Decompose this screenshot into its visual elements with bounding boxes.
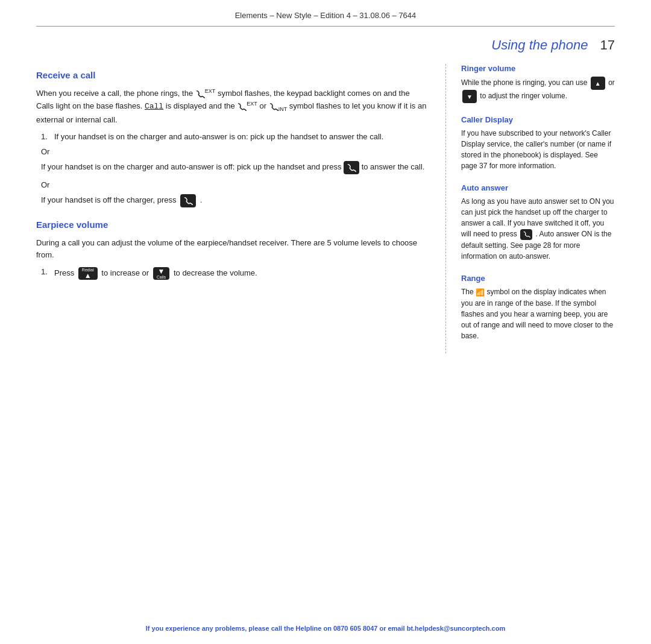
ringer-volume-text: While the phone is ringing, you can use … <box>461 77 615 103</box>
or2-text: Or <box>41 180 427 189</box>
step1-item: 1. If your handset is on the charger and… <box>41 132 427 141</box>
range-signal-icon: 📶 <box>476 287 485 298</box>
ringer-vol-up-icon: ▲ <box>591 77 605 90</box>
handset-ext-icon <box>195 88 205 100</box>
auto-answer-button-icon <box>520 229 532 240</box>
earpiece-step1: 1. Press Redial ▲ to increase or ▼ Calls… <box>41 267 427 280</box>
handset-int-icon <box>269 101 278 113</box>
or1-text: Or <box>41 147 427 156</box>
handset-ext-icon2 <box>237 101 247 113</box>
caller-display-text: If you have subscribed to your network's… <box>461 128 615 171</box>
earpiece-step1-text: Press Redial ▲ to increase or ▼ Calls to… <box>54 267 257 280</box>
range-section: Range The 📶 symbol on the display indica… <box>461 274 615 341</box>
main-column: Receive a call When you receive a call, … <box>36 64 446 353</box>
call-display: Call <box>145 102 163 111</box>
int-label: INT <box>278 106 288 112</box>
content-area: Receive a call When you receive a call, … <box>0 58 651 353</box>
header-title: Elements – New Style – Edition 4 – 31.08… <box>235 11 417 20</box>
receive-call-section: Receive a call When you receive a call, … <box>36 70 427 207</box>
page-title: Using the phone <box>491 37 588 53</box>
page-header: Elements – New Style – Edition 4 – 31.08… <box>0 0 651 26</box>
receive-call-heading: Receive a call <box>36 70 427 80</box>
earpiece-volume-heading: Earpiece volume <box>36 219 427 230</box>
volume-up-button-icon: Redial ▲ <box>78 267 98 280</box>
answer-button-icon <box>344 161 359 174</box>
ext-label2: EXT <box>247 101 257 107</box>
volume-down-button-icon: ▼ Calls <box>153 267 170 280</box>
caller-display-heading: Caller Display <box>461 115 615 124</box>
side-column: Ringer volume While the phone is ringing… <box>446 64 615 353</box>
page-footer: If you experience any problems, please c… <box>0 625 651 632</box>
ringer-volume-heading: Ringer volume <box>461 64 615 73</box>
step1-text: If your handset is on the charger and au… <box>54 132 383 141</box>
ringer-volume-section: Ringer volume While the phone is ringing… <box>461 64 615 103</box>
auto-answer-heading: Auto answer <box>461 183 615 192</box>
step2-text: If your handset is on the charger and au… <box>41 161 427 174</box>
step3-text: If your handset is off the charger, pres… <box>41 194 427 207</box>
range-text: The 📶 symbol on the display indicates wh… <box>461 286 615 341</box>
ringer-vol-down-icon: ▼ <box>462 90 477 103</box>
receive-call-para1: When you receive a call, the phone rings… <box>36 87 427 126</box>
auto-answer-section: Auto answer As long as you have auto ans… <box>461 183 615 262</box>
page-title-area: Using the phone 17 <box>0 27 651 58</box>
range-heading: Range <box>461 274 615 283</box>
ext-label1: EXT <box>205 88 216 94</box>
earpiece-para1: During a call you can adjust the volume … <box>36 237 427 261</box>
page-number: 17 <box>600 37 615 53</box>
answer-button-icon2 <box>180 194 196 207</box>
earpiece-volume-section: Earpiece volume During a call you can ad… <box>36 219 427 280</box>
caller-display-section: Caller Display If you have subscribed to… <box>461 115 615 171</box>
footer-text: If you experience any problems, please c… <box>146 625 505 632</box>
auto-answer-text: As long as you have auto answer set to O… <box>461 196 615 262</box>
